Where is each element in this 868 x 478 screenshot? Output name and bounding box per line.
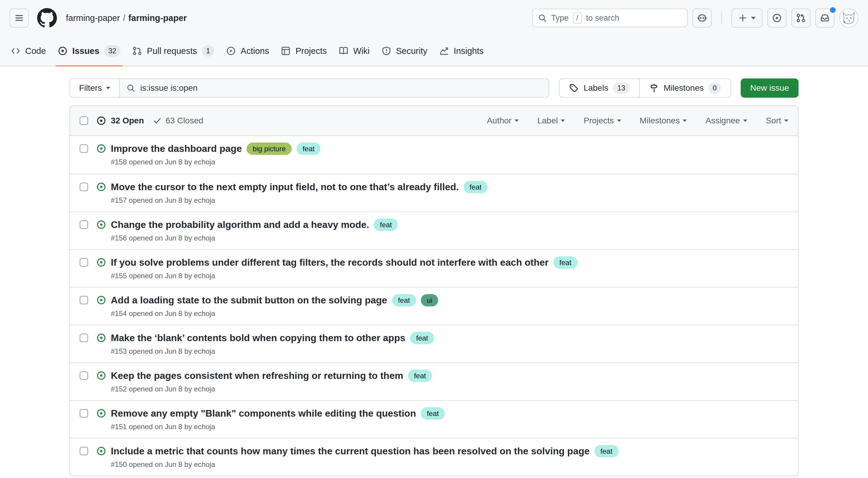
milestone-icon [649,83,659,93]
chevron-down-icon [617,120,621,122]
tag-icon [569,83,579,93]
label-dropdown[interactable]: Label [537,116,565,126]
issue-row-body: Change the probability algorithm and add… [111,219,788,242]
notifications-button[interactable] [815,8,834,28]
chevron-down-icon [515,120,519,122]
tab-actions[interactable]: Actions [221,36,274,66]
issue-title-link[interactable]: Improve the dashboard page [111,143,242,154]
issue-label-pill[interactable]: feat [408,370,432,382]
issue-select-checkbox[interactable] [80,145,88,153]
select-all-checkbox[interactable] [80,117,88,125]
issue-opened-icon [96,409,106,418]
chevron-down-icon [561,120,565,122]
issue-title-line: Keep the pages consistent when refreshin… [111,370,788,382]
tab-code[interactable]: Code [5,36,51,66]
author-dropdown[interactable]: Author [487,116,519,126]
labels-button[interactable]: Labels 13 [559,79,639,97]
top-band: farming-paper/farming-paper Type / to se… [0,0,868,66]
issue-select-checkbox[interactable] [80,409,88,417]
open-issues-filter[interactable]: 32 Open [96,116,144,126]
inbox-icon [820,13,830,23]
plus-icon [738,13,747,23]
tab-wiki[interactable]: Wiki [333,36,375,66]
issue-select-checkbox[interactable] [80,447,88,455]
issue-title-link[interactable]: Move the cursor to the next empty input … [111,182,459,193]
milestones-dropdown[interactable]: Milestones [640,116,687,126]
issue-opened-icon [96,182,106,192]
issue-label-pill[interactable]: feat [464,181,488,193]
hamburger-menu-button[interactable] [9,8,29,28]
issue-label-pill[interactable]: feat [594,445,619,457]
issue-title-line: Include a metric that counts how many ti… [111,445,788,457]
global-search-input[interactable]: Type / to search [532,9,688,27]
hamburger-icon [14,13,24,23]
issue-select-checkbox[interactable] [80,258,88,266]
issue-title-link[interactable]: Keep the pages consistent when refreshin… [111,370,403,381]
breadcrumb-owner-link[interactable]: farming-paper [66,13,120,23]
tab-wiki-label: Wiki [353,46,370,56]
issues-search-input[interactable] [140,83,542,93]
issue-title-link[interactable]: If you solve problems under different ta… [111,257,549,268]
issue-label-pill[interactable]: ui [421,294,438,307]
your-issues-button[interactable] [767,8,786,28]
issue-select-checkbox[interactable] [80,296,88,304]
tab-security[interactable]: Security [376,36,433,66]
assignee-dropdown[interactable]: Assignee [705,116,747,126]
issue-label-pill[interactable]: feat [374,219,398,231]
issue-select-checkbox[interactable] [80,371,88,380]
issue-select-checkbox[interactable] [80,333,88,342]
list-filter-dropdowns: Author Label Projects Milestones Assigne… [487,116,788,126]
chevron-down-icon [683,120,687,122]
issue-row-body: If you solve problems under different ta… [111,256,788,280]
issue-label-pill[interactable]: big picture [247,142,292,155]
filters-dropdown-button[interactable]: Filters [70,79,120,97]
sort-dropdown[interactable]: Sort [766,116,788,126]
issue-label-pill[interactable]: feat [392,294,416,307]
labels-button-label: Labels [584,83,608,93]
labels-milestones-group: Labels 13 Milestones 0 [559,78,731,98]
issues-search-area [120,79,549,97]
issue-list: 32 Open 63 Closed Author Label Projects … [69,105,799,476]
issue-label-pill[interactable]: feat [410,332,434,344]
issue-title-link[interactable]: Add a loading state to the submit button… [111,295,387,306]
milestones-button[interactable]: Milestones 0 [639,79,731,97]
tab-issues[interactable]: Issues 32 [53,36,126,66]
issue-title-line: Change the probability algorithm and add… [111,219,788,231]
issue-title-link[interactable]: Remove any empty "Blank" components whil… [111,408,416,419]
new-issue-button[interactable]: New issue [741,78,799,98]
issue-opened-icon [96,144,106,153]
issue-row: Change the probability algorithm and add… [70,212,798,249]
issue-label-pill[interactable]: feat [554,256,578,269]
milestones-dropdown-label: Milestones [640,116,680,126]
issue-select-checkbox[interactable] [80,220,88,229]
tab-pull-requests[interactable]: Pull requests 1 [127,36,220,66]
breadcrumb-repo-link[interactable]: farming-paper [128,13,187,23]
copilot-button[interactable] [692,8,712,28]
projects-dropdown[interactable]: Projects [584,116,621,126]
issue-title-link[interactable]: Change the probability algorithm and add… [111,219,369,230]
create-new-button[interactable] [732,8,763,28]
author-dropdown-label: Author [487,116,512,126]
avatar[interactable] [839,8,859,28]
issue-title-link[interactable]: Make the ‘blank’ contents bold when copy… [111,332,405,344]
tab-insights[interactable]: Insights [434,36,489,66]
search-placeholder-suffix: to search [586,13,619,23]
your-pull-requests-button[interactable] [791,8,810,28]
search-icon [538,13,547,23]
github-logo[interactable] [37,8,57,28]
issue-opened-icon [96,295,106,305]
tab-insights-label: Insights [454,46,484,56]
tab-projects-label: Projects [295,46,327,56]
issue-title-link[interactable]: Include a metric that counts how many ti… [111,446,590,457]
book-icon [339,46,348,56]
tab-projects[interactable]: Projects [276,36,332,66]
slash-key-hint: / [573,12,582,24]
issue-label-pill[interactable]: feat [297,142,320,155]
issue-opened-icon [58,46,67,56]
milestones-button-label: Milestones [664,83,704,93]
issue-label-pill[interactable]: feat [421,407,445,420]
breadcrumb-separator: / [123,13,125,23]
issue-select-checkbox[interactable] [80,183,88,191]
copilot-icon [697,13,707,23]
closed-issues-filter[interactable]: 63 Closed [153,116,203,126]
